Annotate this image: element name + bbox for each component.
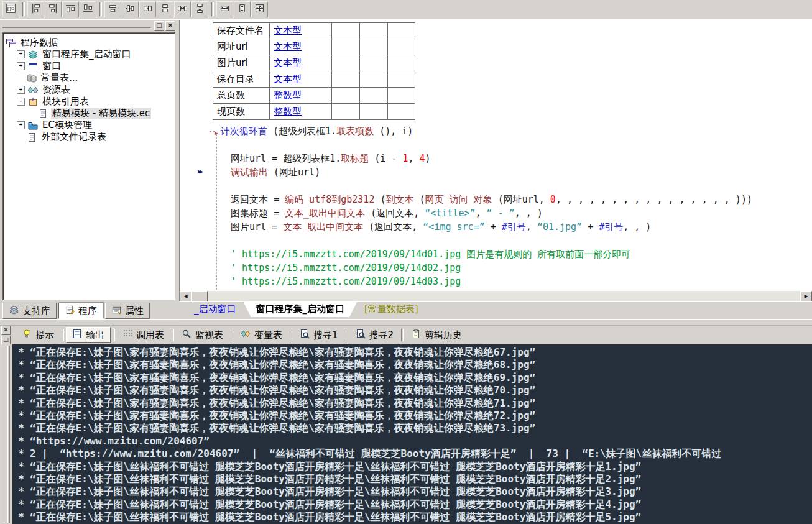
- same-size-button[interactable]: [251, 1, 268, 17]
- variable-type-link[interactable]: 文本型: [274, 25, 302, 36]
- code-line[interactable]: ▶计次循环首 (超级列表框1.取表项数 (), i): [205, 124, 812, 138]
- variable-type-link[interactable]: 整数型: [274, 106, 302, 117]
- center-vertical-button[interactable]: [122, 1, 139, 17]
- variable-empty-cell[interactable]: [332, 23, 360, 39]
- variable-empty-cell[interactable]: [332, 104, 360, 120]
- variable-empty-cell[interactable]: [388, 104, 415, 120]
- output-tab-剪辑历史[interactable]: 剪辑历史: [405, 328, 468, 342]
- code-line[interactable]: [205, 138, 812, 152]
- code-editor[interactable]: 保存文件名文本型网址url文本型图片url文本型保存目录文本型总页数整数型现页数…: [179, 20, 812, 291]
- variable-name-cell[interactable]: 图片url: [213, 55, 270, 71]
- code-line[interactable]: 调试输出 (网址url): [205, 165, 812, 179]
- close-output-button[interactable]: ×: [1, 326, 11, 335]
- tree-item[interactable]: +资源表: [4, 84, 173, 96]
- variable-type-link[interactable]: 整数型: [274, 90, 302, 101]
- expand-icon[interactable]: +: [17, 121, 25, 129]
- editor-tab-3[interactable]: [常量数据表]: [352, 302, 431, 317]
- console-grip[interactable]: [0, 344, 12, 524]
- code-line[interactable]: 网址url = 超级列表框1.取标题 (i - 1, 4): [205, 152, 812, 165]
- variable-type-link[interactable]: 文本型: [274, 73, 302, 85]
- variable-type-cell[interactable]: 整数型: [270, 88, 332, 104]
- panel-drag-grip[interactable]: [2, 25, 150, 28]
- editor-tab-1[interactable]: _启动窗口: [182, 302, 249, 317]
- tree-item[interactable]: -模块引用表: [4, 96, 173, 108]
- float-output-button[interactable]: □: [1, 336, 11, 345]
- variable-type-cell[interactable]: 文本型: [270, 71, 332, 88]
- same-height-button[interactable]: [234, 1, 251, 17]
- variable-empty-cell[interactable]: [360, 55, 388, 71]
- variable-name-cell[interactable]: 总页数: [213, 88, 270, 104]
- scrollbar-track[interactable]: [208, 291, 800, 301]
- horizontal-splitter[interactable]: [0, 319, 812, 326]
- variable-empty-cell[interactable]: [360, 39, 388, 55]
- variable-empty-cell[interactable]: [332, 39, 360, 55]
- variable-empty-cell[interactable]: [388, 23, 415, 39]
- variable-empty-cell[interactable]: [332, 88, 360, 104]
- editor-tab-2[interactable]: 窗口程序集_启动窗口: [244, 302, 358, 317]
- form-designer-button[interactable]: [2, 1, 19, 17]
- output-tab-输出[interactable]: 输出: [66, 327, 111, 343]
- variable-name-cell[interactable]: 保存目录: [213, 71, 270, 88]
- output-tab-搜寻1[interactable]: 搜寻1: [294, 328, 344, 342]
- code-line[interactable]: [205, 179, 812, 193]
- output-tab-提示[interactable]: 提示: [16, 328, 60, 342]
- variable-type-cell[interactable]: 文本型: [270, 55, 332, 71]
- variable-empty-cell[interactable]: [332, 55, 360, 71]
- variable-empty-cell[interactable]: [388, 55, 415, 71]
- panel-tab-程序[interactable]: 程序: [58, 303, 103, 319]
- output-tab-监视表[interactable]: 监视表: [176, 328, 229, 342]
- variable-name-cell[interactable]: 网址url: [213, 39, 270, 55]
- panel-tab-支持库[interactable]: 支持库: [2, 303, 57, 319]
- panel-tab-属性[interactable]: 属性: [105, 303, 150, 319]
- variable-type-link[interactable]: 文本型: [274, 41, 302, 52]
- output-tab-变量表[interactable]: 变量表: [235, 328, 288, 342]
- variable-type-cell[interactable]: 文本型: [270, 39, 332, 55]
- console-output[interactable]: *“正在保存E:\妹子图\家有骚妻陶喜乐，夜夜销魂让你弹尽粮绝\家有骚妻陶喜乐，…: [12, 344, 812, 524]
- space-equal-vertical-button[interactable]: [191, 1, 208, 17]
- code-line[interactable]: [205, 234, 812, 247]
- variable-empty-cell[interactable]: [360, 104, 388, 120]
- close-panel-button[interactable]: ×: [165, 21, 175, 31]
- variable-empty-cell[interactable]: [360, 71, 388, 88]
- expand-icon[interactable]: +: [17, 62, 25, 70]
- variable-name-cell[interactable]: 现页数: [213, 104, 270, 120]
- float-panel-button[interactable]: □: [154, 21, 164, 31]
- tree-item[interactable]: +窗口程序集_启动窗口: [4, 48, 173, 60]
- align-right-button[interactable]: [45, 1, 62, 17]
- variable-type-cell[interactable]: 整数型: [270, 104, 332, 120]
- code-area[interactable]: ▶计次循环首 (超级列表框1.取表项数 (), i) 网址url = 超级列表框…: [205, 124, 812, 288]
- variable-empty-cell[interactable]: [388, 39, 415, 55]
- code-line[interactable]: ' https://i5.mmzztt.com/2019/09/14d03.jp…: [205, 275, 812, 288]
- variable-empty-cell[interactable]: [388, 71, 415, 88]
- tree-item[interactable]: 外部文件记录表: [4, 131, 173, 143]
- code-line[interactable]: 图片url = 文本_取出中间文本 (返回文本, “<img src=” + #…: [205, 220, 812, 234]
- align-row-button[interactable]: [139, 1, 156, 17]
- space-equal-horizontal-button[interactable]: [174, 1, 191, 17]
- align-left-button[interactable]: [27, 1, 44, 17]
- center-horizontal-button[interactable]: [104, 1, 121, 17]
- output-tab-调用表[interactable]: 调用表: [117, 328, 170, 342]
- variable-empty-cell[interactable]: [360, 23, 388, 39]
- code-line[interactable]: ' https://i5.mmzztt.com/2019/09/14d02.jp…: [205, 261, 812, 275]
- project-panel-titlebar[interactable]: □×: [0, 20, 178, 32]
- variable-type-cell[interactable]: 文本型: [270, 23, 332, 39]
- variable-name-cell[interactable]: 保存文件名: [213, 23, 270, 39]
- variable-empty-cell[interactable]: [360, 88, 388, 104]
- tree-item[interactable]: 常量表...: [4, 72, 173, 84]
- align-bottom-button[interactable]: [80, 1, 96, 17]
- collapse-icon[interactable]: -: [17, 98, 25, 106]
- tree-item[interactable]: +EC模块管理: [4, 119, 173, 131]
- code-line[interactable]: 返回文本 = 编码_utf8到gb2312 (到文本 (网页_访问_对象 (网址…: [205, 193, 812, 206]
- code-line[interactable]: 图集标题 = 文本_取出中间文本 (返回文本, “<title>”, “ - ”…: [205, 206, 812, 220]
- expand-icon[interactable]: +: [17, 50, 25, 58]
- output-tab-搜寻2[interactable]: 搜寻2: [350, 328, 400, 342]
- expand-icon[interactable]: +: [17, 86, 25, 94]
- align-top-button[interactable]: [62, 1, 79, 17]
- variable-empty-cell[interactable]: [388, 88, 415, 104]
- same-width-button[interactable]: [216, 1, 233, 17]
- align-column-button[interactable]: [157, 1, 173, 17]
- code-line[interactable]: ' https://i5.mmzztt.com/2019/09/14d01.jp…: [205, 247, 812, 261]
- tree-item[interactable]: 精易模块 - 精易模块.ec: [4, 108, 173, 119]
- variable-type-link[interactable]: 文本型: [274, 57, 302, 68]
- editor-hscrollbar[interactable]: ◀▶: [179, 291, 812, 301]
